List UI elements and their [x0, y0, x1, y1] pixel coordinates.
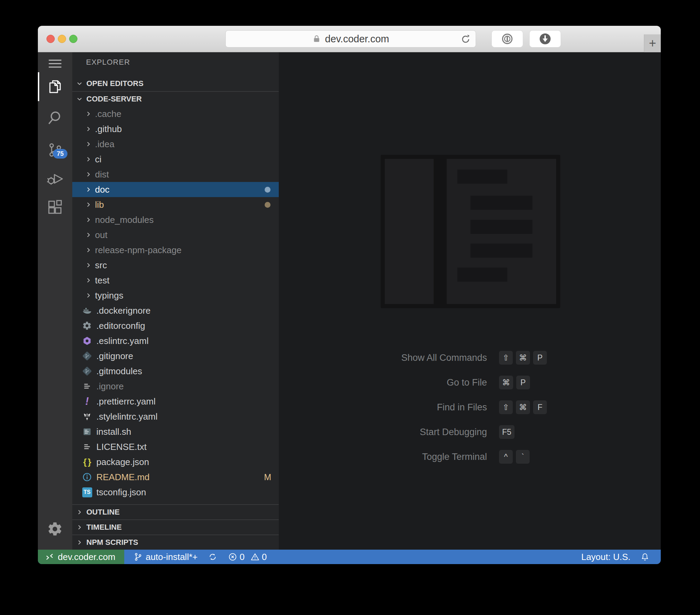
activity-search[interactable]: [38, 104, 72, 132]
remote-icon: [45, 552, 54, 562]
chevron-right-icon: [85, 201, 92, 208]
sidebar-title: EXPLORER: [72, 52, 279, 72]
section-npm-scripts[interactable]: NPM SCRIPTS: [72, 535, 279, 550]
tree-item-README.md[interactable]: README.mdM: [72, 470, 279, 485]
tree-item-.ignore[interactable]: .ignore: [72, 379, 279, 394]
tree-item-dist[interactable]: dist: [72, 167, 279, 182]
section-outline[interactable]: OUTLINE: [72, 504, 279, 519]
debug-icon: [46, 171, 64, 187]
problems-item[interactable]: 0 0: [228, 552, 267, 562]
tree-item-label: .ignore: [96, 381, 124, 392]
section-label: NPM SCRIPTS: [86, 538, 138, 547]
keycap: ⌘: [499, 376, 513, 389]
shortcut-row: Go to File⌘P: [279, 376, 661, 389]
tree-item-label: .dockerignore: [96, 305, 151, 316]
tree-item-release-npm-package[interactable]: release-npm-package: [72, 242, 279, 258]
tree-item-doc[interactable]: doc: [72, 182, 279, 197]
tree-item-.idea[interactable]: .idea: [72, 137, 279, 152]
search-icon: [47, 110, 63, 126]
git-icon: [82, 366, 92, 376]
tree-item-.github[interactable]: .github: [72, 121, 279, 137]
explorer-sidebar: EXPLORER OPEN EDITORS CODE-SERVER .cache…: [72, 52, 279, 550]
section-label: TIMELINE: [86, 523, 122, 532]
keycap: `: [516, 450, 530, 464]
shortcut-label: Go to File: [279, 377, 487, 388]
tree-item-package.json[interactable]: { }package.json: [72, 454, 279, 470]
tree-item-.editorconfig[interactable]: .editorconfig: [72, 318, 279, 333]
tree-item-label: test: [95, 275, 109, 286]
tree-item-node_modules[interactable]: node_modules: [72, 212, 279, 227]
tree-item-.gitignore[interactable]: .gitignore: [72, 348, 279, 364]
tree-item-typings[interactable]: typings: [72, 288, 279, 303]
keyboard-layout-item[interactable]: Layout: U.S.: [581, 552, 630, 562]
activity-run-debug[interactable]: [38, 164, 72, 193]
extensions-icon: [47, 198, 63, 215]
tree-item-src[interactable]: src: [72, 258, 279, 273]
remote-indicator[interactable]: dev.coder.com: [38, 550, 124, 564]
keycap: F: [533, 400, 547, 414]
activity-explorer[interactable]: [38, 72, 72, 101]
git-status-dot: [265, 202, 271, 208]
activity-bar: 75: [38, 52, 72, 550]
chevron-right-icon: [85, 140, 92, 148]
section-label: OUTLINE: [86, 508, 120, 517]
tree-item-install.sh[interactable]: install.sh: [72, 424, 279, 439]
address-bar[interactable]: dev.coder.com: [225, 30, 476, 47]
chevron-right-icon: [85, 277, 92, 284]
activity-extensions[interactable]: [38, 192, 72, 221]
tree-item-.gitmodules[interactable]: .gitmodules: [72, 364, 279, 379]
chevron-down-icon: [76, 95, 83, 103]
tree-item-test[interactable]: test: [72, 273, 279, 288]
tree-item-out[interactable]: out: [72, 227, 279, 242]
scm-pending-badge: 75: [53, 149, 67, 159]
ts-icon: TS: [82, 487, 92, 497]
tree-item-label: typings: [95, 290, 123, 301]
status-bar: dev.coder.com auto-install*+ 0 0 Layout:…: [38, 550, 661, 564]
shortcut-keys: ^`: [499, 450, 530, 464]
tree-item-tsconfig.json[interactable]: TStsconfig.json: [72, 485, 279, 500]
tree-item-.dockerignore[interactable]: .dockerignore: [72, 303, 279, 318]
shortcut-keys: ⇧⌘P: [499, 351, 547, 365]
password-manager-button[interactable]: [491, 30, 523, 47]
minimize-window-button[interactable]: [58, 35, 66, 43]
keycap: ⇧: [499, 351, 513, 365]
manage-button[interactable]: [38, 515, 72, 543]
git-branch-item[interactable]: auto-install*+: [133, 552, 198, 562]
tree-item-.prettierrc.yaml[interactable]: !.prettierrc.yaml: [72, 394, 279, 409]
zoom-window-button[interactable]: [69, 35, 77, 43]
url-text: dev.coder.com: [325, 33, 389, 45]
new-tab-button[interactable]: +: [644, 34, 661, 52]
tree-item-.eslintrc.yaml[interactable]: .eslintrc.yaml: [72, 333, 279, 348]
keycap: P: [516, 376, 530, 389]
menu-button[interactable]: [38, 54, 72, 73]
chevron-right-icon: [76, 524, 83, 531]
hamburger-icon: [47, 58, 63, 69]
keyboard-shortcuts-watermark: Show All Commands⇧⌘PGo to File⌘PFind in …: [279, 351, 661, 464]
json-icon: { }: [82, 457, 92, 467]
lock-icon: [312, 34, 321, 43]
tree-item-label: doc: [95, 184, 109, 195]
gear-icon: [82, 321, 92, 331]
tree-item-label: tsconfig.json: [96, 487, 146, 498]
lines-icon: [82, 442, 92, 452]
keycap: ^: [499, 450, 513, 464]
refresh-icon[interactable]: [460, 33, 471, 45]
section-label: CODE-SERVER: [86, 95, 142, 104]
tree-item-.cache[interactable]: .cache: [72, 106, 279, 121]
downloads-button[interactable]: [529, 30, 561, 47]
stylelint-icon: [82, 411, 92, 422]
error-count: 0: [240, 552, 244, 562]
tree-item-ci[interactable]: ci: [72, 152, 279, 167]
section-open-editors[interactable]: OPEN EDITORS: [72, 76, 279, 91]
file-tree: .cache.github.ideacidistdoclibnode_modul…: [72, 106, 279, 500]
chevron-right-icon: [76, 539, 83, 546]
tree-item-.stylelintrc.yaml[interactable]: .stylelintrc.yaml: [72, 409, 279, 424]
tree-item-LICENSE.txt[interactable]: LICENSE.txt: [72, 439, 279, 454]
section-timeline[interactable]: TIMELINE: [72, 519, 279, 535]
bell-icon[interactable]: [640, 552, 650, 562]
close-window-button[interactable]: [46, 35, 55, 43]
sync-button[interactable]: [208, 552, 218, 562]
tree-item-lib[interactable]: lib: [72, 197, 279, 212]
shortcut-label: Find in Files: [279, 402, 487, 413]
section-workspace[interactable]: CODE-SERVER: [72, 91, 279, 106]
